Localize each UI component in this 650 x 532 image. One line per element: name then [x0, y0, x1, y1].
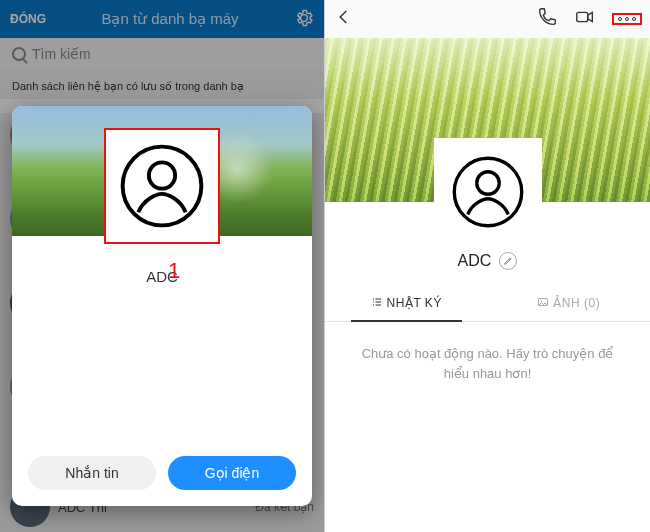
cover-photo: [325, 38, 650, 202]
pencil-icon: [503, 256, 513, 266]
avatar-highlight-box[interactable]: [104, 128, 220, 244]
right-pane: 2 ADC NHẬT KÝ ẢNH (0) Chưa có hoạt động …: [325, 0, 650, 532]
voice-call-button[interactable]: [536, 6, 558, 32]
chevron-left-icon: [335, 8, 353, 26]
right-header: [325, 0, 650, 38]
card-body: ADC Nhắn tin Gọi điện: [12, 236, 312, 506]
image-icon: [537, 296, 549, 311]
video-icon: [574, 6, 596, 28]
tab-photos[interactable]: ẢNH (0): [488, 286, 651, 321]
list-icon: [371, 296, 383, 311]
phone-icon: [536, 6, 558, 28]
tab-diary[interactable]: NHẬT KÝ: [325, 286, 488, 321]
svg-point-3: [454, 158, 522, 226]
profile-tabs: NHẬT KÝ ẢNH (0): [325, 286, 650, 322]
contact-card: ADC Nhắn tin Gọi điện: [12, 106, 312, 506]
video-call-button[interactable]: [574, 6, 596, 32]
cover-photo: [12, 106, 312, 236]
card-actions: Nhắn tin Gọi điện: [12, 442, 312, 506]
header-actions: [536, 6, 642, 32]
message-button[interactable]: Nhắn tin: [28, 456, 156, 490]
svg-point-1: [149, 162, 175, 188]
more-icon: [618, 17, 636, 21]
profile-name-row: ADC: [325, 252, 650, 270]
avatar: [106, 130, 218, 242]
empty-state-text: Chưa có hoạt động nào. Hãy trò chuyện để…: [325, 322, 650, 405]
edit-name-button[interactable]: [499, 252, 517, 270]
more-button-highlight[interactable]: [612, 13, 642, 25]
svg-rect-2: [577, 12, 588, 21]
svg-point-4: [476, 172, 499, 195]
avatar[interactable]: [438, 142, 538, 242]
person-icon: [120, 144, 204, 228]
svg-point-0: [123, 147, 202, 226]
svg-point-6: [541, 301, 543, 303]
back-button[interactable]: [335, 8, 353, 31]
person-icon: [452, 156, 524, 228]
left-pane: ĐÓNG Bạn từ danh bạ máy Tìm kiếm Danh sá…: [0, 0, 325, 532]
callout-number-1: 1: [168, 258, 180, 284]
call-button[interactable]: Gọi điện: [168, 456, 296, 490]
profile-name: ADC: [458, 252, 492, 270]
